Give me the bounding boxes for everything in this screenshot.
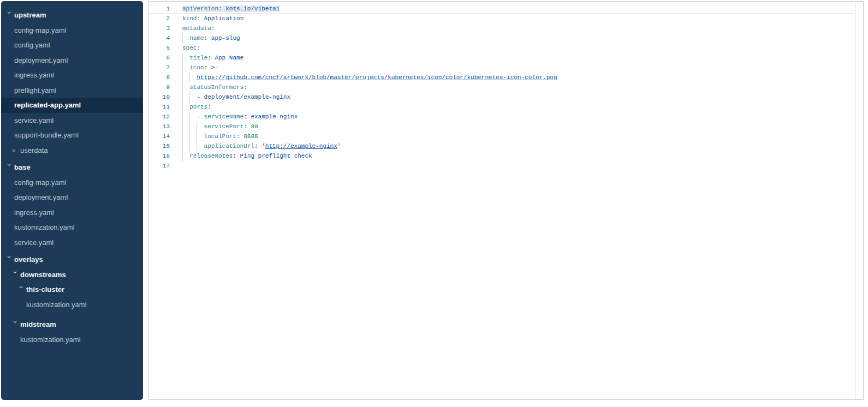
chevron-down-icon: › (6, 256, 13, 264)
code-line[interactable]: 12 - serviceName: example-nginx (149, 112, 854, 122)
line-number: 17 (149, 161, 170, 171)
tree-file-ingress-yaml[interactable]: ingress.yaml (1, 68, 143, 83)
code-line[interactable]: 16 releaseNotes: Ping preflight check (149, 151, 854, 161)
editor-scrollbar[interactable] (855, 2, 863, 399)
code-line[interactable]: 3metadata: (149, 23, 854, 33)
file-tree-sidebar: ›upstreamconfig-map.yamlconfig.yamldeplo… (1, 1, 143, 400)
line-number: 11 (149, 102, 170, 112)
indent-guide (182, 131, 189, 141)
code-line-text: https://github.com/cncf/artwork/blob/mas… (182, 73, 557, 82)
line-number: 7 (149, 63, 170, 73)
line-number: 9 (149, 82, 170, 92)
code-line[interactable]: 2kind: Application (149, 14, 854, 23)
tree-file-kustomization-yaml[interactable]: kustomization.yaml (1, 297, 143, 313)
code-line-text: ports: (182, 102, 211, 112)
tree-folder-userdata[interactable]: ›userdata (1, 143, 143, 158)
tree-file-service-yaml[interactable]: service.yaml (1, 235, 143, 250)
code-token: : (236, 133, 240, 140)
code-line[interactable]: 15 applicationUrl: 'http://example-nginx… (149, 141, 854, 151)
line-number: 10 (149, 92, 170, 102)
tree-folder-base[interactable]: ›base (1, 160, 143, 175)
code-line-text: - serviceName: example-nginx (182, 112, 298, 122)
code-token: localPort (204, 133, 236, 140)
tree-file-preflight-yaml[interactable]: preflight.yaml (1, 83, 143, 98)
tree-item-label: kustomization.yaml (20, 336, 81, 344)
code-line[interactable]: 7 icon: >- (149, 63, 854, 73)
code-token: 80 (247, 123, 258, 130)
tree-item-label: preflight.yaml (14, 86, 56, 94)
line-number: 15 (149, 141, 170, 151)
tree-file-config-map-yaml[interactable]: config-map.yaml (1, 175, 143, 190)
chevron-down-icon: › (12, 271, 19, 279)
indent-guide (182, 92, 189, 102)
tree-item-label: downstreams (20, 271, 66, 279)
code-line[interactable]: 8 https://github.com/cncf/artwork/blob/m… (149, 73, 854, 82)
code-line[interactable]: 1apiVersion: kots.io/v1beta1 (149, 4, 854, 14)
code-token: ports (189, 104, 207, 110)
tree-file-config-yaml[interactable]: config.yaml (1, 38, 143, 53)
code-line[interactable]: 10 - deployment/example-nginx (149, 92, 854, 102)
tree-item-label: ingress.yaml (14, 208, 54, 217)
code-token: : (197, 45, 200, 51)
code-line[interactable]: 17 (149, 161, 854, 171)
tree-file-kustomization-yaml[interactable]: kustomization.yaml (1, 332, 143, 348)
indent-guide (189, 92, 197, 102)
code-token: metadata (182, 25, 211, 32)
code-editor: 1apiVersion: kots.io/v1beta12kind: Appli… (148, 1, 864, 400)
tree-item-label: support-bundle.yaml (14, 131, 79, 139)
code-line[interactable]: 14 localPort: 8888 (149, 131, 854, 141)
line-number: 8 (149, 73, 170, 82)
tree-item-label: base (14, 163, 31, 171)
chevron-down-icon: › (6, 11, 13, 19)
code-line[interactable]: 4 name: app-slug (149, 33, 854, 43)
tree-file-deployment-yaml[interactable]: deployment.yaml (1, 53, 143, 68)
code-token: app-slug (207, 35, 240, 41)
line-number: 1 (149, 4, 170, 14)
code-token: servicePort (204, 123, 244, 130)
tree-item-label: service.yaml (14, 116, 53, 124)
tree-file-service-yaml[interactable]: service.yaml (1, 113, 143, 128)
tree-file-config-map-yaml[interactable]: config-map.yaml (1, 23, 143, 38)
tree-file-deployment-yaml[interactable]: deployment.yaml (1, 190, 143, 205)
code-line[interactable]: 13 servicePort: 80 (149, 122, 854, 131)
tree-folder-this-cluster[interactable]: ›this-cluster (1, 282, 143, 297)
tree-folder-upstream[interactable]: ›upstream (1, 8, 143, 23)
line-number: 14 (149, 131, 170, 141)
tree-folder-downstreams[interactable]: ›downstreams (1, 267, 143, 283)
code-line[interactable]: 9 statusInformers: (149, 82, 854, 92)
tree-folder-midstream[interactable]: ›midstream (1, 317, 143, 332)
tree-item-label: deployment.yaml (14, 56, 68, 64)
app-root: ›upstreamconfig-map.yamlconfig.yamldeplo… (0, 0, 868, 401)
chevron-right-icon: › (13, 147, 20, 154)
indent-guide (182, 53, 189, 63)
indent-guide (182, 82, 189, 92)
code-token: applicationUrl (204, 143, 254, 149)
indent-guide (182, 33, 189, 43)
code-token: Application (200, 15, 243, 22)
code-line[interactable]: 5spec: (149, 43, 854, 53)
tree-file-ingress-yaml[interactable]: ingress.yaml (1, 205, 143, 220)
indent-guide (182, 141, 189, 151)
code-line-text: statusInformers: (182, 82, 247, 92)
code-line[interactable]: 6 title: App Name (149, 53, 854, 63)
tree-item-label: service.yaml (14, 238, 53, 247)
code-token: serviceName (204, 113, 244, 120)
code-token: : (218, 5, 222, 12)
tree-file-replicated-app-yaml[interactable]: replicated-app.yaml (1, 98, 143, 113)
code-line[interactable]: 11 ports: (149, 102, 854, 112)
code-token: name (189, 35, 204, 41)
tree-item-label: ingress.yaml (14, 71, 54, 79)
code-line-text: apiVersion: kots.io/v1beta1 (182, 4, 280, 14)
code-token: spec (182, 45, 197, 51)
editor-link[interactable]: https://github.com/cncf/artwork/blob/mas… (197, 74, 557, 81)
code-token: ' (258, 143, 265, 149)
tree-item-label: config-map.yaml (14, 26, 66, 34)
tree-item-label: kustomization.yaml (26, 301, 87, 309)
editor-link[interactable]: http://example-nginx (265, 143, 337, 149)
line-number: 16 (149, 151, 170, 161)
tree-item-label: deployment.yaml (14, 193, 68, 201)
tree-file-support-bundle-yaml[interactable]: support-bundle.yaml (1, 128, 143, 143)
editor-content: 1apiVersion: kots.io/v1beta12kind: Appli… (149, 2, 863, 171)
tree-file-kustomization-yaml[interactable]: kustomization.yaml (1, 220, 143, 235)
tree-folder-overlays[interactable]: ›overlays (1, 252, 143, 267)
